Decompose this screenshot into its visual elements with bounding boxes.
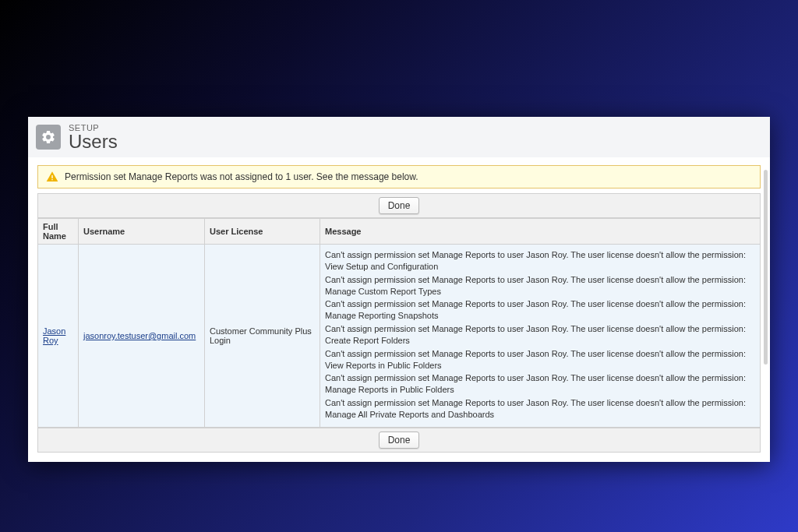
gear-icon [36,125,61,150]
cell-messages: Can't assign permission set Manage Repor… [320,245,761,428]
header-text: SETUP Users [69,123,118,151]
setup-users-panel: SETUP Users Permission set Manage Report… [28,117,770,462]
done-button[interactable]: Done [379,197,420,214]
done-button-bottom[interactable]: Done [379,432,420,449]
warning-banner: Permission set Manage Reports was not as… [37,165,761,188]
message-line: Can't assign permission set Manage Repor… [325,274,755,298]
cell-username: jasonroy.testuser@gmail.com [79,245,205,428]
col-header-license: User License [205,219,320,245]
col-header-message: Message [320,219,761,245]
warning-icon [46,171,58,183]
fullname-link[interactable]: Jason Roy [43,326,65,345]
message-line: Can't assign permission set Manage Repor… [325,323,755,347]
username-link[interactable]: jasonroy.testuser@gmail.com [83,331,196,340]
message-line: Can't assign permission set Manage Repor… [325,298,755,322]
svg-rect-0 [51,175,52,178]
results-table: Full Name Username User License Message … [37,218,761,428]
table-row: Jason Roy jasonroy.testuser@gmail.com Cu… [38,245,761,428]
message-line: Can't assign permission set Manage Repor… [325,372,755,396]
page-title: Users [69,132,118,151]
warning-text: Permission set Manage Reports was not as… [65,171,418,182]
svg-rect-1 [51,179,52,180]
action-bar-bottom: Done [37,428,761,453]
message-line: Can't assign permission set Manage Repor… [325,348,755,372]
message-line: Can't assign permission set Manage Repor… [325,397,755,421]
panel-header: SETUP Users [28,117,770,157]
cell-fullname: Jason Roy [38,245,79,428]
col-header-username: Username [79,219,205,245]
col-header-fullname: Full Name [38,219,79,245]
content-area: Permission set Manage Reports was not as… [28,157,770,462]
message-line: Can't assign permission set Manage Repor… [325,249,755,273]
cell-license: Customer Community Plus Login [205,245,320,428]
action-bar-top: Done [37,193,761,218]
table-header-row: Full Name Username User License Message [38,219,761,245]
scrollbar[interactable] [764,170,768,365]
